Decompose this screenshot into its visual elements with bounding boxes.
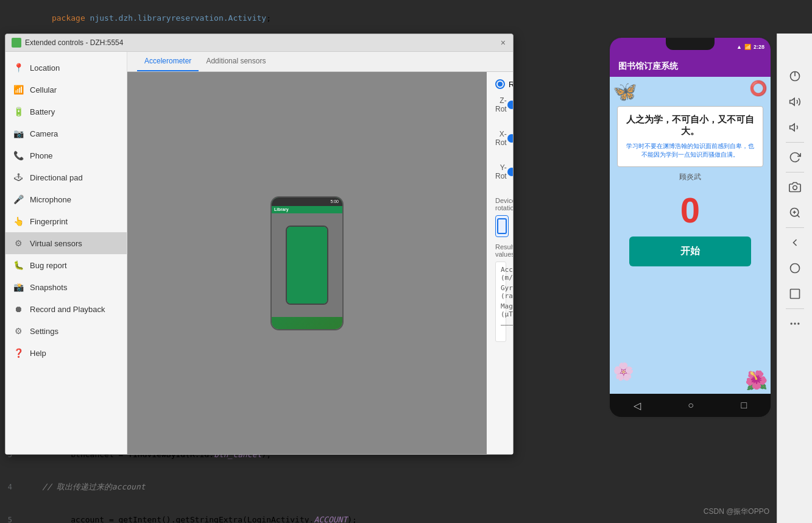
more-button[interactable] [783,311,807,336]
tab-accelerometer[interactable]: Accelerometer [137,52,199,71]
back-nav-icon[interactable]: ◁ [634,400,641,411]
square-button[interactable] [783,282,807,306]
separator-4 [786,308,804,309]
sidebar-item-directional-pad[interactable]: 🕹 Directional pad [5,166,127,188]
window-title-text: Extended controls - DZH:5554 [25,38,123,47]
y-rot-thumb[interactable] [507,168,513,176]
sidebar-item-label: Settings [30,327,58,336]
home-nav-icon[interactable]: ○ [688,400,694,411]
flower-left: 🌸 [613,361,634,382]
phone-navbar: ◁ ○ □ [610,394,771,417]
power-button[interactable] [783,64,807,88]
code-text: account = getIntent().getStringExtra(Log… [18,506,357,523]
apps-nav-icon[interactable]: □ [741,400,747,411]
separator-3 [786,227,804,228]
controls-panel: Rotate Move Z-Rot [487,72,513,454]
sidebar-item-cellular[interactable]: 📶 Cellular [5,79,127,101]
status-time: 2:28 [754,44,764,50]
svg-marker-7 [789,124,794,131]
svg-point-13 [790,264,799,273]
tab-bar: Accelerometer Additional sensors [127,52,513,72]
app-content: 🦋 ⭕ 人之为学，不可自小，又不可自大。 学习时不要在渊博浩翰的知识面前感到自卑… [610,77,771,394]
sidebar-item-virtual-sensors[interactable]: ⚙ Virtual sensors [5,232,127,254]
phone-in-preview: 5:00 Library [270,196,344,330]
main-content: Accelerometer Additional sensors 5:00 [127,52,513,454]
cellular-icon: 📶 [13,84,24,95]
sidebar-item-label: Fingerprint [30,217,68,226]
record-icon: ⏺ [13,304,24,315]
quote-main: 人之为学，不可自小，又不可自大。 [625,114,755,137]
z-rot-thumb[interactable] [507,101,513,109]
y-rot-limits: -180 180 [495,185,513,192]
acc-key: Accelerometer (m/s²): [501,266,513,282]
sidebar-item-snapshots[interactable]: 📸 Snapshots [5,276,127,298]
sidebar-item-label: Location [30,63,60,73]
zoom-button[interactable] [783,201,807,225]
x-rot-thumb[interactable] [507,134,513,143]
sidebar-item-label: Phone [30,151,53,160]
sidebar-item-bug-report[interactable]: 🐛 Bug report [5,254,127,276]
sidebar-item-help[interactable]: ❓ Help [5,342,127,364]
svg-point-8 [793,186,797,190]
sidebar-item-camera[interactable]: 📷 Camera [5,123,127,144]
z-rot-limits: -180 180 [495,118,513,125]
svg-point-15 [790,322,792,324]
flower-right: 🌺 [745,369,768,391]
sidebar-item-label: Camera [30,129,58,138]
home-button[interactable] [783,256,807,280]
sidebar-item-phone[interactable]: 📞 Phone [5,144,127,166]
y-rot-label: Y-Rot [495,163,507,180]
window-titlebar: Extended controls - DZH:5554 × [5,34,513,52]
device-rotation-label: Device rotation [495,197,504,212]
sidebar-item-label: Bug report [30,261,67,270]
content-area: 5:00 Library [127,72,513,454]
z-rot-label: Z-Rot [495,96,507,113]
sidebar-item-label: Battery [30,107,55,116]
radio-group: Rotate Move [495,79,504,89]
sidebar-item-record-playback[interactable]: ⏺ Record and Playback [5,298,127,320]
separator-2 [786,172,804,173]
fingerprint-icon: 👆 [13,216,24,227]
rotate-radio-label[interactable]: Rotate [495,79,513,89]
phone-notch [666,38,715,50]
circle-decoration: ⭕ [749,80,768,97]
sidebar-item-battery[interactable]: 🔋 Battery [5,101,127,123]
bug-icon: 🐛 [13,260,24,271]
rotation-portrait-btn[interactable] [495,215,509,237]
volume-up-button[interactable] [783,90,807,114]
separator-1 [786,142,804,143]
rotate-label: Rotate [509,80,513,89]
svg-marker-6 [789,98,794,105]
phone-icon: 📞 [13,150,24,161]
rotate-button[interactable] [783,145,807,169]
top-code-area: package njust.dzh.libraryreservation.Act… [0,0,605,34]
svg-rect-0 [498,219,506,233]
rotate-radio-button[interactable] [495,79,505,89]
emulator-container: ▲ 📶 2:28 图书馆订座系统 🦋 ⭕ 人之为学，不可自小，又不可自大。 学习… [605,34,775,523]
extended-controls-window: Extended controls - DZH:5554 × 📍 Locatio… [5,34,514,455]
quote-card: 人之为学，不可自小，又不可自大。 学习时不要在渊博浩翰的知识面前感到自卑，也不能… [617,106,763,167]
start-button[interactable]: 开始 [629,237,751,266]
tab-additional-sensors[interactable]: Additional sensors [199,52,273,71]
phone-screen-preview: 5:00 Library [272,197,342,329]
window-close-button[interactable]: × [500,38,507,48]
screenshot-button[interactable] [783,175,807,199]
sidebar-item-location[interactable]: 📍 Location [5,57,127,79]
app-title: 图书馆订座系统 [618,61,678,71]
volume-down-button[interactable] [783,115,807,140]
rotation-buttons [495,215,504,237]
extra-key: —————— [501,321,513,336]
sidebar-item-label: Help [30,349,46,358]
sidebar-item-label: Record and Playback [30,305,105,314]
wifi-icon: ▲ [736,44,742,50]
sidebar-item-fingerprint[interactable]: 👆 Fingerprint [5,210,127,232]
back-button[interactable] [783,230,807,255]
sidebar-item-microphone[interactable]: 🎤 Microphone [5,188,127,210]
snapshots-icon: 📸 [13,282,24,293]
window-title-left: Extended controls - DZH:5554 [12,38,123,48]
line-number: 4 [0,483,18,491]
sidebar-item-settings[interactable]: ⚙ Settings [5,320,127,342]
emulator-phone-frame: ▲ 📶 2:28 图书馆订座系统 🦋 ⭕ 人之为学，不可自小，又不可自大。 学习… [608,36,772,419]
resulting-values-section: Resulting values Accelerometer (m/s²): 0… [495,243,504,342]
code-text: package njust.dzh.libraryreservation.Act… [18,4,271,32]
